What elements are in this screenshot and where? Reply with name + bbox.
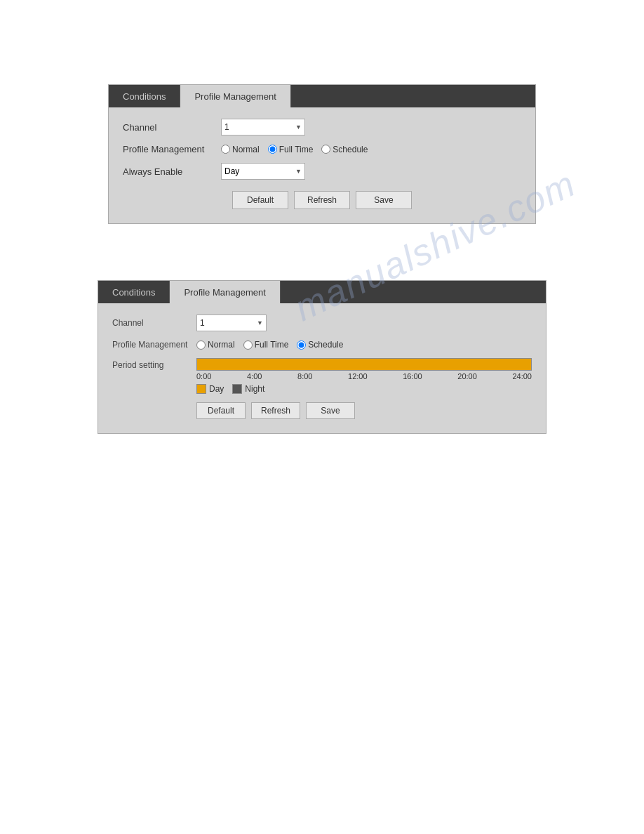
radio-normal-2[interactable]: Normal (196, 340, 235, 350)
profile-management-row-1: Profile Management Normal Full Time S (123, 144, 521, 154)
channel-select-wrapper-1: 1 2 3 4 (221, 119, 305, 135)
channel-select-wrapper-2: 1 2 3 4 (196, 315, 267, 331)
form-body-1: Channel 1 2 3 4 Profile Management (109, 107, 535, 223)
always-enable-row-1: Always Enable Day Night (123, 163, 521, 180)
form-body-2: Channel 1 2 3 4 Profile Management (98, 303, 546, 433)
channel-row-2: Channel 1 2 3 4 (112, 315, 532, 331)
timeline-label-1: 4:00 (247, 372, 262, 380)
refresh-button-2[interactable]: Refresh (251, 402, 300, 419)
save-button-1[interactable]: Save (356, 191, 412, 209)
radio-schedule-1[interactable]: Schedule (321, 145, 368, 154)
radio-schedule-label-1: Schedule (333, 145, 368, 154)
radio-fulltime-input-1[interactable] (268, 145, 277, 154)
timeline-bar-wrapper[interactable] (196, 358, 532, 371)
tab-bar-1: Conditions Profile Management (109, 85, 535, 107)
save-button-2[interactable]: Save (306, 402, 355, 419)
radio-fulltime-2[interactable]: Full Time (243, 340, 289, 350)
timeline-label-5: 20:00 (457, 372, 477, 380)
timeline-legend: Day Night (196, 384, 532, 394)
always-enable-select-1[interactable]: Day Night (221, 163, 305, 180)
tab-conditions-2[interactable]: Conditions (98, 281, 170, 303)
radio-normal-1[interactable]: Normal (221, 145, 260, 154)
default-button-2[interactable]: Default (196, 402, 246, 419)
radio-fulltime-input-2[interactable] (243, 340, 253, 350)
timeline-label-4: 16:00 (403, 372, 422, 380)
timeline-label-6: 24:00 (512, 372, 532, 380)
radio-normal-label-1: Normal (232, 145, 260, 154)
radio-normal-label-2: Normal (208, 340, 235, 350)
panel-2: Conditions Profile Management Channel 1 … (98, 280, 546, 434)
timeline-label-3: 12:00 (348, 372, 368, 380)
radio-schedule-input-1[interactable] (321, 145, 330, 154)
channel-label-2: Channel (112, 318, 196, 328)
always-enable-label-1: Always Enable (123, 166, 221, 177)
button-row-1: Default Refresh Save (123, 191, 521, 209)
radio-schedule-input-2[interactable] (297, 340, 306, 350)
tab-bar-2: Conditions Profile Management (98, 281, 546, 303)
timeline-label-2: 8:00 (297, 372, 312, 380)
timeline-labels: 0:00 4:00 8:00 12:00 16:00 20:00 24:00 (196, 372, 532, 380)
tab-profile-management-1[interactable]: Profile Management (180, 85, 290, 107)
button-row-2: Default Refresh Save (196, 402, 532, 419)
tab-profile-management-2[interactable]: Profile Management (170, 281, 280, 303)
radio-fulltime-label-1: Full Time (279, 145, 314, 154)
default-button-1[interactable]: Default (232, 191, 288, 209)
legend-day-color (196, 384, 206, 394)
legend-night-label: Night (245, 384, 264, 394)
timeline-fill (197, 359, 531, 370)
period-setting-row: Period setting 0:00 4:00 8:00 12:00 16: (112, 358, 532, 394)
radio-normal-input-2[interactable] (196, 340, 206, 350)
refresh-button-1[interactable]: Refresh (294, 191, 350, 209)
radio-fulltime-label-2: Full Time (255, 340, 289, 350)
radio-schedule-label-2: Schedule (308, 340, 343, 350)
radio-group-2: Normal Full Time Schedule (196, 340, 343, 350)
timeline-content: 0:00 4:00 8:00 12:00 16:00 20:00 24:00 (196, 358, 532, 394)
profile-management-label-1: Profile Management (123, 144, 221, 154)
radio-group-1: Normal Full Time Schedule (221, 145, 368, 154)
legend-night-color (232, 384, 242, 394)
tab-conditions-1[interactable]: Conditions (109, 85, 180, 107)
period-setting-label: Period setting (112, 358, 196, 370)
channel-label-1: Channel (123, 122, 221, 133)
channel-row-1: Channel 1 2 3 4 (123, 119, 521, 135)
profile-management-row-2: Profile Management Normal Full Time S (112, 340, 532, 350)
legend-day-label: Day (209, 384, 224, 394)
panel-1: Conditions Profile Management Channel 1 … (108, 84, 536, 224)
radio-fulltime-1[interactable]: Full Time (268, 145, 314, 154)
channel-select-2[interactable]: 1 2 3 4 (196, 315, 267, 331)
radio-schedule-2[interactable]: Schedule (297, 340, 343, 350)
profile-management-label-2: Profile Management (112, 340, 196, 350)
channel-select-1[interactable]: 1 2 3 4 (221, 119, 305, 135)
timeline-label-0: 0:00 (196, 372, 211, 380)
legend-night: Night (232, 384, 264, 394)
radio-normal-input-1[interactable] (221, 145, 230, 154)
always-enable-select-wrapper-1: Day Night (221, 163, 305, 180)
legend-day: Day (196, 384, 224, 394)
